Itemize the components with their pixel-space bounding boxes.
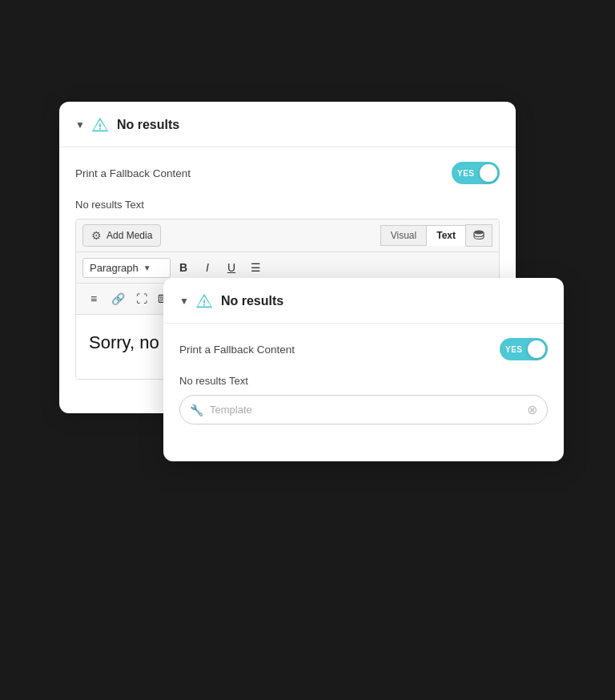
back-underline-button[interactable]: U — [220, 256, 243, 279]
back-format-select[interactable]: Paragraph ▼ — [82, 258, 171, 278]
back-card-header: ▼ No results — [59, 102, 516, 147]
front-template-input[interactable]: 🔧 Template ⊗ — [179, 395, 548, 424]
back-tab-visual[interactable]: Visual — [380, 225, 427, 246]
back-fullscreen-button[interactable]: ⛶ — [131, 288, 153, 310]
back-link-button[interactable]: 🔗 — [107, 288, 129, 310]
back-add-media-label: Add Media — [107, 230, 152, 241]
front-toggle-label: Print a Fallback Content — [179, 344, 295, 356]
back-section-label: No results Text — [75, 199, 500, 211]
front-wrench-icon: 🔧 — [190, 404, 203, 416]
back-format-label: Paragraph — [90, 262, 139, 274]
back-add-media-button[interactable]: ⚙ Add Media — [82, 224, 161, 247]
back-tab-db-icon[interactable] — [465, 224, 492, 247]
front-card-header: ▼ No results — [163, 278, 564, 324]
back-editor-tabs: Visual Text — [381, 224, 492, 247]
back-chevron-icon[interactable]: ▼ — [75, 119, 85, 131]
back-list-button[interactable]: ☰ — [244, 256, 267, 279]
front-card-title: No results — [221, 294, 283, 308]
back-toggle-yes-label: YES — [457, 169, 475, 178]
front-chevron-icon[interactable]: ▼ — [179, 296, 189, 307]
back-toggle[interactable]: YES — [452, 162, 500, 184]
back-toggle-label: Print a Fallback Content — [75, 167, 191, 179]
front-card: ▼ No results Print a Fallback Content YE… — [163, 278, 564, 461]
back-italic-button[interactable]: I — [196, 256, 219, 279]
back-editor-topbar: ⚙ Add Media Visual Text — [76, 219, 499, 252]
front-template-clear-icon[interactable]: ⊗ — [527, 402, 537, 417]
back-bold-button[interactable]: B — [172, 256, 195, 279]
back-format-chevron-icon: ▼ — [143, 264, 151, 272]
front-toggle[interactable]: YES — [500, 338, 548, 360]
front-section-label: No results Text — [179, 375, 548, 387]
front-toggle-thumb — [528, 340, 545, 358]
back-ordered-list-button[interactable]: ≡ — [82, 288, 105, 310]
svg-point-0 — [474, 231, 484, 235]
back-toggle-thumb — [480, 164, 497, 182]
front-template-placeholder: Template — [210, 404, 521, 416]
front-card-body: Print a Fallback Content YES No results … — [163, 324, 564, 439]
back-camera-icon: ⚙ — [91, 229, 102, 242]
front-toggle-row: Print a Fallback Content YES — [179, 338, 548, 360]
back-tab-text[interactable]: Text — [426, 225, 466, 246]
front-warning-icon — [195, 292, 213, 310]
back-card-title: No results — [117, 118, 179, 132]
front-toggle-yes-label: YES — [505, 345, 523, 354]
back-warning-icon — [91, 116, 109, 134]
back-toggle-row: Print a Fallback Content YES — [75, 162, 500, 184]
